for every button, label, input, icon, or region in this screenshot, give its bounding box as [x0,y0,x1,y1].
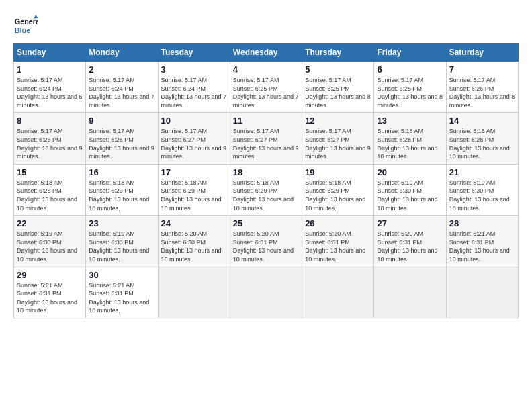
calendar-cell: 7Sunrise: 5:17 AMSunset: 6:26 PMDaylight… [446,62,518,113]
day-number: 22 [17,218,83,228]
day-number: 21 [449,167,515,177]
calendar-cell: 29Sunrise: 5:21 AMSunset: 6:31 PMDayligh… [14,267,86,318]
day-info: Sunrise: 5:17 AMSunset: 6:24 PMDaylight:… [89,76,154,109]
day-info: Sunrise: 5:17 AMSunset: 6:25 PMDaylight:… [377,76,443,109]
calendar-cell [446,267,518,318]
calendar-cell: 22Sunrise: 5:19 AMSunset: 6:30 PMDayligh… [14,216,86,267]
calendar-cell [230,267,302,318]
calendar-cell: 16Sunrise: 5:18 AMSunset: 6:29 PMDayligh… [86,164,158,215]
day-number: 20 [377,167,443,177]
svg-marker-2 [34,15,38,18]
day-info: Sunrise: 5:20 AMSunset: 6:31 PMDaylight:… [377,230,443,263]
calendar-header-row: SundayMondayTuesdayWednesdayThursdayFrid… [14,44,519,62]
day-number: 29 [17,270,83,280]
day-info: Sunrise: 5:18 AMSunset: 6:29 PMDaylight:… [89,179,154,212]
calendar-cell: 24Sunrise: 5:20 AMSunset: 6:30 PMDayligh… [158,216,230,267]
day-number: 26 [305,218,371,228]
day-number: 7 [449,64,515,75]
col-header-saturday: Saturday [446,44,518,62]
calendar-cell: 11Sunrise: 5:17 AMSunset: 6:27 PMDayligh… [230,113,302,164]
day-number: 27 [377,218,443,228]
day-number: 17 [161,167,227,177]
calendar-row-4: 29Sunrise: 5:21 AMSunset: 6:31 PMDayligh… [14,267,519,318]
calendar-cell [302,267,374,318]
day-info: Sunrise: 5:19 AMSunset: 6:30 PMDaylight:… [89,230,154,263]
svg-text:General: General [15,17,38,26]
day-info: Sunrise: 5:18 AMSunset: 6:29 PMDaylight:… [305,179,371,212]
day-number: 28 [449,218,515,228]
calendar-row-3: 22Sunrise: 5:19 AMSunset: 6:30 PMDayligh… [14,216,519,267]
day-number: 11 [233,116,299,126]
calendar-cell: 17Sunrise: 5:18 AMSunset: 6:29 PMDayligh… [158,164,230,215]
day-info: Sunrise: 5:20 AMSunset: 6:31 PMDaylight:… [233,230,299,263]
day-info: Sunrise: 5:21 AMSunset: 6:31 PMDaylight:… [17,281,83,315]
col-header-wednesday: Wednesday [230,44,302,62]
day-info: Sunrise: 5:20 AMSunset: 6:31 PMDaylight:… [305,230,371,263]
col-header-friday: Friday [374,44,446,62]
calendar-cell: 8Sunrise: 5:17 AMSunset: 6:26 PMDaylight… [14,113,86,164]
day-number: 24 [161,218,227,228]
day-number: 18 [233,167,299,177]
day-info: Sunrise: 5:18 AMSunset: 6:29 PMDaylight:… [233,179,299,212]
calendar-cell: 3Sunrise: 5:17 AMSunset: 6:24 PMDaylight… [158,62,230,113]
day-number: 19 [305,167,371,177]
calendar-cell: 1Sunrise: 5:17 AMSunset: 6:24 PMDaylight… [14,62,86,113]
day-info: Sunrise: 5:18 AMSunset: 6:28 PMDaylight:… [17,179,83,212]
calendar-cell: 30Sunrise: 5:21 AMSunset: 6:31 PMDayligh… [86,267,158,318]
calendar-cell: 6Sunrise: 5:17 AMSunset: 6:25 PMDaylight… [374,62,446,113]
day-number: 14 [449,116,515,126]
day-info: Sunrise: 5:19 AMSunset: 6:30 PMDaylight:… [17,230,83,263]
day-number: 12 [305,116,371,126]
day-info: Sunrise: 5:17 AMSunset: 6:26 PMDaylight:… [17,127,83,161]
col-header-monday: Monday [86,44,158,62]
day-info: Sunrise: 5:18 AMSunset: 6:28 PMDaylight:… [377,127,443,161]
calendar-cell: 23Sunrise: 5:19 AMSunset: 6:30 PMDayligh… [86,216,158,267]
col-header-thursday: Thursday [302,44,374,62]
calendar-row-0: 1Sunrise: 5:17 AMSunset: 6:24 PMDaylight… [14,62,519,113]
calendar-cell: 27Sunrise: 5:20 AMSunset: 6:31 PMDayligh… [374,216,446,267]
day-number: 23 [89,218,154,228]
calendar-row-2: 15Sunrise: 5:18 AMSunset: 6:28 PMDayligh… [14,164,519,215]
calendar-row-1: 8Sunrise: 5:17 AMSunset: 6:26 PMDaylight… [14,113,519,164]
calendar-cell: 19Sunrise: 5:18 AMSunset: 6:29 PMDayligh… [302,164,374,215]
calendar-cell: 26Sunrise: 5:20 AMSunset: 6:31 PMDayligh… [302,216,374,267]
day-info: Sunrise: 5:21 AMSunset: 6:31 PMDaylight:… [89,281,154,315]
calendar-cell: 4Sunrise: 5:17 AMSunset: 6:25 PMDaylight… [230,62,302,113]
calendar-cell [158,267,230,318]
calendar-cell: 20Sunrise: 5:19 AMSunset: 6:30 PMDayligh… [374,164,446,215]
calendar-cell: 14Sunrise: 5:18 AMSunset: 6:28 PMDayligh… [446,113,518,164]
day-number: 8 [17,116,83,126]
day-number: 5 [305,64,371,75]
day-number: 15 [17,167,83,177]
day-info: Sunrise: 5:17 AMSunset: 6:24 PMDaylight:… [161,76,227,109]
day-info: Sunrise: 5:18 AMSunset: 6:28 PMDaylight:… [449,127,515,161]
header: General Blue [13,13,519,38]
calendar-cell: 18Sunrise: 5:18 AMSunset: 6:29 PMDayligh… [230,164,302,215]
day-info: Sunrise: 5:17 AMSunset: 6:27 PMDaylight:… [305,127,371,161]
day-info: Sunrise: 5:20 AMSunset: 6:30 PMDaylight:… [161,230,227,263]
col-header-tuesday: Tuesday [158,44,230,62]
day-info: Sunrise: 5:17 AMSunset: 6:26 PMDaylight:… [449,76,515,109]
day-info: Sunrise: 5:17 AMSunset: 6:25 PMDaylight:… [305,76,371,109]
calendar-cell: 2Sunrise: 5:17 AMSunset: 6:24 PMDaylight… [86,62,158,113]
day-number: 10 [161,116,227,126]
day-info: Sunrise: 5:21 AMSunset: 6:31 PMDaylight:… [449,230,515,263]
col-header-sunday: Sunday [14,44,86,62]
day-info: Sunrise: 5:17 AMSunset: 6:26 PMDaylight:… [89,127,154,161]
day-number: 25 [233,218,299,228]
day-info: Sunrise: 5:19 AMSunset: 6:30 PMDaylight:… [377,179,443,212]
day-number: 6 [377,64,443,75]
day-number: 2 [89,64,154,75]
calendar: SundayMondayTuesdayWednesdayThursdayFrid… [13,43,519,318]
calendar-cell: 15Sunrise: 5:18 AMSunset: 6:28 PMDayligh… [14,164,86,215]
day-info: Sunrise: 5:17 AMSunset: 6:27 PMDaylight:… [161,127,227,161]
day-number: 9 [89,116,154,126]
day-info: Sunrise: 5:18 AMSunset: 6:29 PMDaylight:… [161,179,227,212]
day-info: Sunrise: 5:19 AMSunset: 6:30 PMDaylight:… [449,179,515,212]
svg-text:Blue: Blue [15,26,30,34]
day-number: 13 [377,116,443,126]
calendar-cell: 9Sunrise: 5:17 AMSunset: 6:26 PMDaylight… [86,113,158,164]
logo: General Blue [13,13,38,38]
day-number: 3 [161,64,227,75]
calendar-cell: 12Sunrise: 5:17 AMSunset: 6:27 PMDayligh… [302,113,374,164]
